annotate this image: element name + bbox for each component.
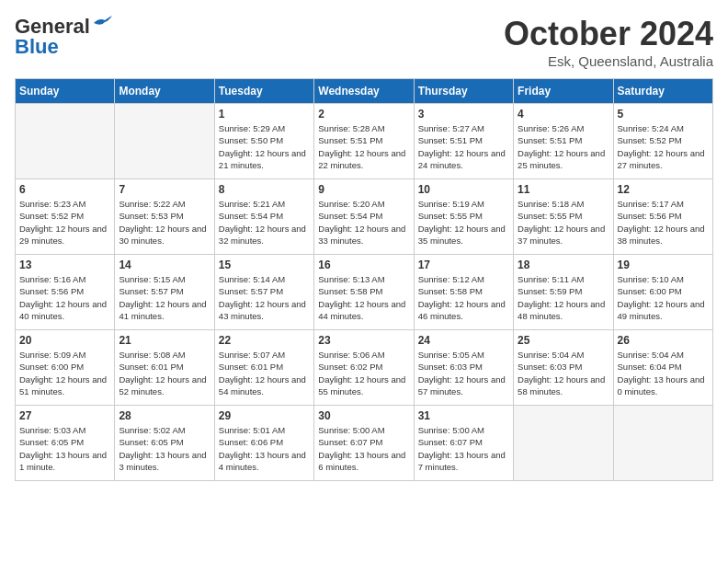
day-number: 31 xyxy=(418,409,509,422)
column-header-monday: Monday xyxy=(115,79,214,104)
day-number: 10 xyxy=(418,183,509,196)
day-info: Sunrise: 5:24 AMSunset: 5:52 PMDaylight:… xyxy=(618,122,709,171)
day-number: 11 xyxy=(518,183,609,196)
day-info: Sunrise: 5:18 AMSunset: 5:55 PMDaylight:… xyxy=(518,198,609,247)
day-number: 8 xyxy=(219,183,310,196)
location-subtitle: Esk, Queensland, Australia xyxy=(504,53,713,69)
day-info: Sunrise: 5:19 AMSunset: 5:55 PMDaylight:… xyxy=(418,198,509,247)
day-info: Sunrise: 5:21 AMSunset: 5:54 PMDaylight:… xyxy=(219,198,310,247)
calendar-cell: 31 Sunrise: 5:00 AMSunset: 6:07 PMDaylig… xyxy=(414,406,513,481)
calendar-cell: 24 Sunrise: 5:05 AMSunset: 6:03 PMDaylig… xyxy=(414,330,513,406)
calendar-cell xyxy=(613,406,712,481)
calendar-cell: 21 Sunrise: 5:08 AMSunset: 6:01 PMDaylig… xyxy=(115,330,214,406)
day-info: Sunrise: 5:20 AMSunset: 5:54 PMDaylight:… xyxy=(318,198,409,247)
calendar-cell: 12 Sunrise: 5:17 AMSunset: 5:56 PMDaylig… xyxy=(613,179,712,255)
day-number: 18 xyxy=(518,259,609,271)
day-number: 2 xyxy=(318,108,409,121)
day-number: 14 xyxy=(119,259,210,271)
day-info: Sunrise: 5:29 AMSunset: 5:50 PMDaylight:… xyxy=(219,122,310,171)
day-number: 30 xyxy=(318,409,409,422)
calendar-cell xyxy=(115,104,214,179)
day-info: Sunrise: 5:13 AMSunset: 5:58 PMDaylight:… xyxy=(318,273,409,322)
week-row-2: 6 Sunrise: 5:23 AMSunset: 5:52 PMDayligh… xyxy=(16,179,713,255)
day-number: 7 xyxy=(119,183,210,196)
column-header-saturday: Saturday xyxy=(613,79,712,104)
day-info: Sunrise: 5:08 AMSunset: 6:01 PMDaylight:… xyxy=(119,349,210,397)
calendar-cell: 9 Sunrise: 5:20 AMSunset: 5:54 PMDayligh… xyxy=(314,179,414,255)
calendar-cell: 20 Sunrise: 5:09 AMSunset: 6:00 PMDaylig… xyxy=(16,330,115,406)
day-number: 6 xyxy=(19,183,110,196)
calendar-cell: 23 Sunrise: 5:06 AMSunset: 6:02 PMDaylig… xyxy=(314,330,414,406)
day-number: 15 xyxy=(219,259,310,271)
day-number: 5 xyxy=(618,108,709,121)
day-number: 28 xyxy=(119,409,210,422)
calendar-table: SundayMondayTuesdayWednesdayThursdayFrid… xyxy=(15,78,713,481)
calendar-cell: 18 Sunrise: 5:11 AMSunset: 5:59 PMDaylig… xyxy=(514,255,613,330)
day-number: 17 xyxy=(418,259,509,271)
calendar-cell xyxy=(16,104,115,179)
week-row-1: 1 Sunrise: 5:29 AMSunset: 5:50 PMDayligh… xyxy=(16,104,713,179)
calendar-cell: 25 Sunrise: 5:04 AMSunset: 6:03 PMDaylig… xyxy=(514,330,613,406)
day-info: Sunrise: 5:05 AMSunset: 6:03 PMDaylight:… xyxy=(418,349,509,397)
page-header: General Blue October 2024 Esk, Queenslan… xyxy=(15,15,713,69)
day-info: Sunrise: 5:01 AMSunset: 6:06 PMDaylight:… xyxy=(219,424,310,473)
calendar-cell: 6 Sunrise: 5:23 AMSunset: 5:52 PMDayligh… xyxy=(16,179,115,255)
calendar-cell: 11 Sunrise: 5:18 AMSunset: 5:55 PMDaylig… xyxy=(514,179,613,255)
day-info: Sunrise: 5:12 AMSunset: 5:58 PMDaylight:… xyxy=(418,273,509,322)
week-row-5: 27 Sunrise: 5:03 AMSunset: 6:05 PMDaylig… xyxy=(16,406,713,481)
day-number: 19 xyxy=(618,259,709,271)
calendar-cell: 10 Sunrise: 5:19 AMSunset: 5:55 PMDaylig… xyxy=(414,179,513,255)
day-number: 16 xyxy=(318,259,409,271)
logo-blue: Blue xyxy=(15,35,59,59)
column-header-thursday: Thursday xyxy=(414,79,513,104)
calendar-cell: 17 Sunrise: 5:12 AMSunset: 5:58 PMDaylig… xyxy=(414,255,513,330)
calendar-cell: 19 Sunrise: 5:10 AMSunset: 6:00 PMDaylig… xyxy=(613,255,712,330)
day-info: Sunrise: 5:02 AMSunset: 6:05 PMDaylight:… xyxy=(119,424,210,473)
calendar-cell: 8 Sunrise: 5:21 AMSunset: 5:54 PMDayligh… xyxy=(214,179,313,255)
day-info: Sunrise: 5:28 AMSunset: 5:51 PMDaylight:… xyxy=(318,122,409,171)
day-info: Sunrise: 5:16 AMSunset: 5:56 PMDaylight:… xyxy=(19,273,110,322)
day-info: Sunrise: 5:04 AMSunset: 6:04 PMDaylight:… xyxy=(618,349,709,397)
calendar-cell: 4 Sunrise: 5:26 AMSunset: 5:51 PMDayligh… xyxy=(514,104,613,179)
day-number: 3 xyxy=(418,108,509,121)
day-info: Sunrise: 5:00 AMSunset: 6:07 PMDaylight:… xyxy=(418,424,509,473)
calendar-cell: 13 Sunrise: 5:16 AMSunset: 5:56 PMDaylig… xyxy=(16,255,115,330)
calendar-cell: 29 Sunrise: 5:01 AMSunset: 6:06 PMDaylig… xyxy=(214,406,313,481)
day-info: Sunrise: 5:17 AMSunset: 5:56 PMDaylight:… xyxy=(618,198,709,247)
day-info: Sunrise: 5:04 AMSunset: 6:03 PMDaylight:… xyxy=(518,349,609,397)
title-area: October 2024 Esk, Queensland, Australia xyxy=(504,15,713,69)
calendar-cell: 3 Sunrise: 5:27 AMSunset: 5:51 PMDayligh… xyxy=(414,104,513,179)
calendar-header-row: SundayMondayTuesdayWednesdayThursdayFrid… xyxy=(16,79,713,104)
day-info: Sunrise: 5:11 AMSunset: 5:59 PMDaylight:… xyxy=(518,273,609,322)
day-number: 13 xyxy=(19,259,110,271)
calendar-cell: 27 Sunrise: 5:03 AMSunset: 6:05 PMDaylig… xyxy=(16,406,115,481)
day-number: 21 xyxy=(119,334,210,347)
day-number: 27 xyxy=(19,409,110,422)
column-header-wednesday: Wednesday xyxy=(314,79,414,104)
day-info: Sunrise: 5:27 AMSunset: 5:51 PMDaylight:… xyxy=(418,122,509,171)
day-number: 26 xyxy=(618,334,709,347)
calendar-cell: 5 Sunrise: 5:24 AMSunset: 5:52 PMDayligh… xyxy=(613,104,712,179)
calendar-cell: 30 Sunrise: 5:00 AMSunset: 6:07 PMDaylig… xyxy=(314,406,414,481)
logo-bird-icon xyxy=(92,16,112,30)
calendar-cell: 14 Sunrise: 5:15 AMSunset: 5:57 PMDaylig… xyxy=(115,255,214,330)
calendar-cell: 28 Sunrise: 5:02 AMSunset: 6:05 PMDaylig… xyxy=(115,406,214,481)
day-info: Sunrise: 5:09 AMSunset: 6:00 PMDaylight:… xyxy=(19,349,110,397)
day-info: Sunrise: 5:15 AMSunset: 5:57 PMDaylight:… xyxy=(119,273,210,322)
calendar-cell xyxy=(514,406,613,481)
column-header-friday: Friday xyxy=(514,79,613,104)
calendar-body: 1 Sunrise: 5:29 AMSunset: 5:50 PMDayligh… xyxy=(16,104,713,481)
day-number: 12 xyxy=(618,183,709,196)
day-info: Sunrise: 5:22 AMSunset: 5:53 PMDaylight:… xyxy=(119,198,210,247)
day-info: Sunrise: 5:06 AMSunset: 6:02 PMDaylight:… xyxy=(318,349,409,397)
calendar-cell: 2 Sunrise: 5:28 AMSunset: 5:51 PMDayligh… xyxy=(314,104,414,179)
day-number: 22 xyxy=(219,334,310,347)
day-info: Sunrise: 5:23 AMSunset: 5:52 PMDaylight:… xyxy=(19,198,110,247)
day-number: 24 xyxy=(418,334,509,347)
column-header-tuesday: Tuesday xyxy=(214,79,313,104)
month-title: October 2024 xyxy=(504,15,713,53)
day-number: 25 xyxy=(518,334,609,347)
day-number: 29 xyxy=(219,409,310,422)
day-number: 9 xyxy=(318,183,409,196)
logo: General Blue xyxy=(15,15,112,59)
